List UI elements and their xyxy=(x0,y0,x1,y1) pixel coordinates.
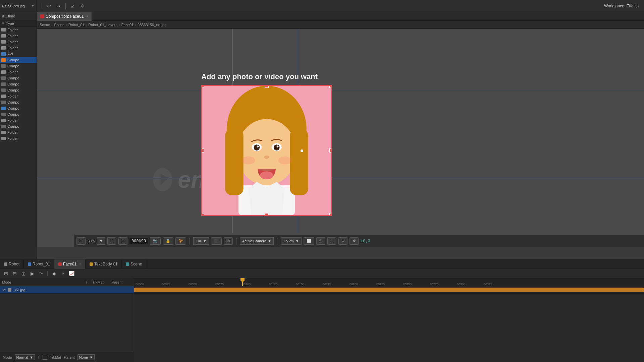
tl-motion-icon[interactable]: 〜 xyxy=(38,270,44,277)
layer-header-row: Mode T TrkMat Parent xyxy=(0,278,134,286)
lp-parent-label: Parent xyxy=(64,355,74,359)
redo-icon[interactable]: ↪ xyxy=(55,2,62,10)
layer-col-mode-header: Mode xyxy=(2,280,83,284)
ruler-tick-200: 00200 xyxy=(350,283,358,286)
svg-point-14 xyxy=(242,157,255,165)
list-item[interactable]: Folder xyxy=(0,39,37,45)
list-item[interactable]: Folder xyxy=(0,69,37,75)
comp-tab-face01[interactable]: Composition: Face01 × xyxy=(37,12,92,21)
photo-frame xyxy=(201,85,332,216)
viewport-size-icon: ⊞ xyxy=(79,239,83,243)
toolbar-sep-2 xyxy=(65,3,66,9)
viewport-zoom-dropdown[interactable]: ▼ xyxy=(97,237,105,245)
tl-deselect-icon[interactable]: ⊟ xyxy=(11,271,18,276)
breadcrumb-scene1[interactable]: Scene xyxy=(40,23,50,27)
track-bar-main[interactable] xyxy=(134,288,644,292)
breadcrumb-scene2[interactable]: Scene xyxy=(54,23,64,27)
camera-label: Active Camera xyxy=(242,239,266,243)
tl-tab-face01[interactable]: Face01 × xyxy=(54,259,86,269)
list-item[interactable]: Compo xyxy=(0,75,37,81)
viewport-grid-btn[interactable]: ⊞ xyxy=(118,237,127,245)
handle-tr[interactable] xyxy=(329,85,332,88)
comp-tab-close-btn[interactable]: × xyxy=(86,14,88,18)
tl-tab-scene[interactable]: Scene xyxy=(122,259,146,269)
viewport-sep2 xyxy=(236,238,236,244)
lp-parent-dropdown[interactable]: None ▼ xyxy=(77,354,95,360)
list-item[interactable]: Folder xyxy=(0,45,37,51)
view-dropdown[interactable]: 1 View ▼ xyxy=(281,237,302,245)
layer-color-swatch xyxy=(8,288,11,292)
ruler-tick-225: 00225 xyxy=(376,283,385,286)
ruler-tick-275: 00275 xyxy=(430,283,438,286)
handle-br[interactable] xyxy=(329,213,332,216)
list-item[interactable]: Compo xyxy=(0,87,37,93)
tl-tab-face01-close[interactable]: × xyxy=(79,262,81,266)
list-item[interactable]: Compo xyxy=(0,105,37,111)
camera-dropdown[interactable]: Active Camera ▼ xyxy=(240,237,274,245)
breadcrumb-file[interactable]: 98363156_xxl.jpg xyxy=(138,23,166,27)
viewport-fit-btn[interactable]: ⊡ xyxy=(107,237,116,245)
breadcrumb-robot01[interactable]: Robot_01 xyxy=(68,23,85,27)
workspace-label-text: Workspace: xyxy=(604,4,625,8)
handle-tm[interactable] xyxy=(265,85,269,88)
move-icon[interactable]: ⤢ xyxy=(69,2,76,10)
viewport-btn4[interactable]: ⬛ xyxy=(211,237,222,245)
list-item[interactable]: Compo xyxy=(0,81,37,87)
viewport-size-btn[interactable]: ⊞ xyxy=(76,237,86,245)
handle-ml[interactable] xyxy=(201,148,204,153)
handle-bl[interactable] xyxy=(201,213,204,216)
list-item[interactable]: Folder xyxy=(0,33,37,39)
lp-mode-dropdown[interactable]: Normal ▼ xyxy=(15,354,35,360)
breadcrumb-face01[interactable]: Face01 xyxy=(121,23,134,27)
list-item[interactable]: Compo xyxy=(0,111,37,117)
list-item[interactable]: Folder xyxy=(0,27,37,33)
tl-tab-robot[interactable]: Robot xyxy=(0,259,24,269)
tl-interp-icon[interactable]: ⟡ xyxy=(59,270,66,276)
list-item[interactable]: Folder xyxy=(0,135,37,141)
handle-tl[interactable] xyxy=(201,85,204,88)
viewport-btn3[interactable]: 🔆 xyxy=(175,237,186,245)
undo-icon[interactable]: ↩ xyxy=(45,2,53,10)
project-type-header: ▼ Type xyxy=(0,20,37,27)
timeline-content: Mode T TrkMat Parent 👁 _xxl.jpg 00000 00… xyxy=(0,278,644,362)
viewport-btn5[interactable]: ⊞ xyxy=(224,237,233,245)
handle-bm[interactable] xyxy=(265,213,269,216)
list-item[interactable]: Compo xyxy=(0,99,37,105)
tl-select-icon[interactable]: ⊞ xyxy=(3,271,9,276)
list-item[interactable]: Folder xyxy=(0,93,37,99)
svg-point-10 xyxy=(257,145,259,147)
tl-tab-textbody01[interactable]: Text Body 01 xyxy=(86,259,122,269)
playhead[interactable] xyxy=(242,278,243,286)
pan-icon[interactable]: ✥ xyxy=(78,2,86,10)
quality-dropdown[interactable]: Full ▼ xyxy=(193,237,209,245)
list-item-selected[interactable]: Compo xyxy=(0,57,37,63)
panel-arrow: ▼ xyxy=(31,4,35,8)
viewport-btn10[interactable]: ✥ xyxy=(350,237,359,245)
layer-row-xxl[interactable]: 👁 _xxl.jpg xyxy=(0,286,134,294)
tl-tab-robot-label: Robot xyxy=(9,262,19,266)
list-item[interactable]: Folder xyxy=(0,129,37,135)
list-item[interactable]: AVI xyxy=(0,51,37,57)
tl-solo-icon[interactable]: ◎ xyxy=(20,271,27,276)
viewport-btn8[interactable]: ⊟ xyxy=(327,237,336,245)
lp-mode-arrow: ▼ xyxy=(30,355,33,359)
lp-t-checkbox[interactable] xyxy=(43,355,47,360)
layer-col-trk-header: TrkMat xyxy=(92,280,109,284)
tl-keyframe-icon[interactable]: ◆ xyxy=(51,271,57,276)
list-item[interactable]: Compo xyxy=(0,63,37,69)
list-item[interactable]: Folder xyxy=(0,117,37,123)
tl-tab-robot01[interactable]: Robot_01 xyxy=(24,259,54,269)
viewport-btn6[interactable]: ⬜ xyxy=(304,237,314,245)
viewport-btn2[interactable]: 🔒 xyxy=(163,237,173,245)
tl-tab-robot-icon xyxy=(4,262,7,266)
layer-visibility-icon[interactable]: 👁 xyxy=(2,288,7,292)
breadcrumb-robot01layers[interactable]: Robot_01_Layers xyxy=(88,23,117,27)
svg-point-15 xyxy=(278,157,292,165)
viewport-btn9[interactable]: ⊕ xyxy=(338,237,347,245)
camera-snap-btn[interactable]: 📷 xyxy=(150,237,161,245)
tl-graph-icon[interactable]: 📈 xyxy=(68,271,75,276)
viewport-btn7[interactable]: ⊞ xyxy=(316,237,325,245)
handle-mr[interactable] xyxy=(329,148,332,153)
list-item[interactable]: Compo xyxy=(0,123,37,129)
tl-preview-icon[interactable]: ▶ xyxy=(29,271,36,276)
